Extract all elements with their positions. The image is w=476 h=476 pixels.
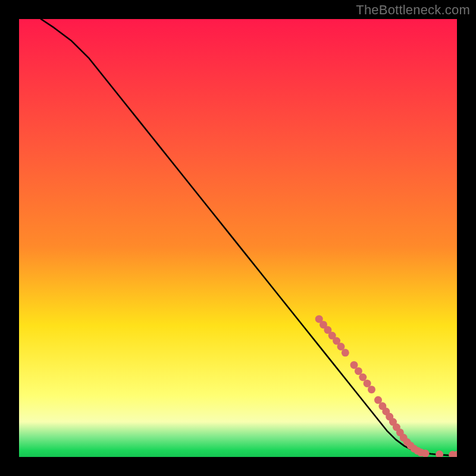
data-marker	[368, 386, 375, 393]
plot-area	[19, 19, 457, 457]
watermark-text: TheBottleneck.com	[356, 2, 470, 18]
gradient-background	[19, 19, 457, 457]
plot-svg	[19, 19, 457, 457]
data-marker	[342, 349, 349, 356]
chart-frame: TheBottleneck.com	[0, 0, 476, 476]
data-marker	[422, 450, 430, 457]
